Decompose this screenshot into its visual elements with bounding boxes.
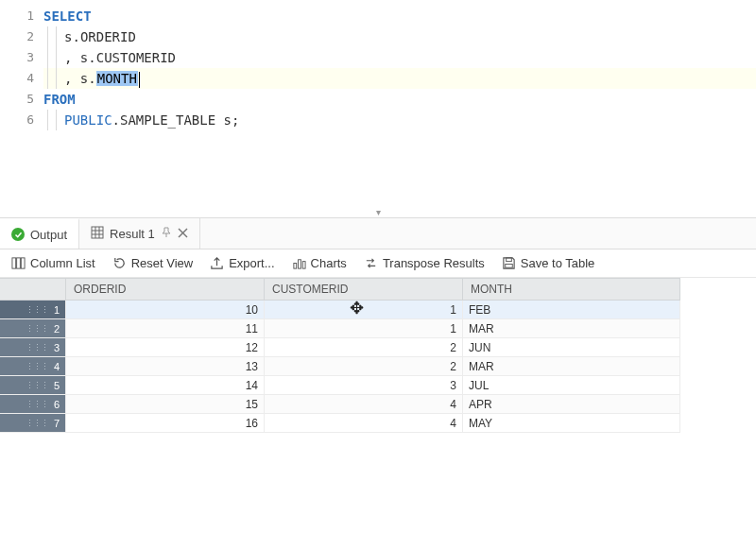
tab-result-label: Result 1 — [110, 227, 155, 241]
cell-month[interactable]: MAR — [463, 357, 680, 375]
cell-customerid[interactable]: 3 — [265, 376, 463, 394]
cell-customerid[interactable]: 4 — [265, 395, 463, 413]
table-row[interactable]: ⋮⋮⋮7164MAY — [0, 414, 680, 433]
cell-orderid[interactable]: 10 — [66, 301, 265, 318]
svg-rect-13 — [506, 264, 513, 267]
table-row[interactable]: ⋮⋮⋮4132MAR — [0, 357, 680, 376]
svg-rect-11 — [298, 260, 301, 268]
tab-result-1[interactable]: Result 1 — [79, 218, 200, 249]
column-header-orderid[interactable]: ORDERID — [66, 279, 265, 300]
tab-output[interactable]: Output — [0, 218, 79, 249]
table-row[interactable]: ⋮⋮⋮6154APR — [0, 395, 680, 414]
success-icon — [11, 228, 25, 241]
charts-button[interactable]: Charts — [292, 256, 347, 270]
column-header-month[interactable]: MONTH — [463, 279, 680, 300]
svg-rect-7 — [12, 258, 16, 268]
svg-rect-9 — [21, 258, 25, 268]
table-row[interactable]: ⋮⋮⋮2111MAR — [0, 319, 680, 338]
cell-month[interactable]: MAY — [463, 414, 680, 432]
svg-rect-10 — [293, 264, 296, 269]
panel-resize-handle[interactable]: ▾ — [376, 207, 381, 217]
cell-customerid[interactable]: 4 — [265, 414, 463, 432]
transpose-button[interactable]: Transpose Results — [364, 256, 485, 270]
column-header-customerid[interactable]: CUSTOMERID — [265, 279, 463, 300]
sql-editor[interactable]: 123456 SELECTs.ORDERID, s.CUSTOMERID, s.… — [0, 0, 756, 217]
row-number[interactable]: ⋮⋮⋮3 — [0, 338, 66, 356]
close-icon[interactable] — [178, 227, 188, 241]
editor-gutter: 123456 — [0, 0, 43, 217]
column-list-button[interactable]: Column List — [11, 256, 95, 270]
row-number[interactable]: ⋮⋮⋮5 — [0, 376, 66, 394]
cell-month[interactable]: APR — [463, 395, 680, 413]
cell-customerid[interactable]: 1 — [265, 319, 463, 337]
cell-orderid[interactable]: 12 — [66, 338, 265, 356]
result-toolbar: Column List Reset View Export... Charts … — [0, 249, 756, 278]
row-number[interactable]: ⋮⋮⋮1 — [0, 301, 66, 318]
row-number[interactable]: ⋮⋮⋮7 — [0, 414, 66, 432]
svg-rect-0 — [92, 227, 103, 238]
cell-customerid[interactable]: 1 — [265, 301, 463, 318]
editor-code[interactable]: SELECTs.ORDERID, s.CUSTOMERID, s.MONTHFR… — [43, 0, 756, 217]
grid-icon — [91, 226, 104, 242]
row-number[interactable]: ⋮⋮⋮4 — [0, 357, 66, 375]
cell-orderid[interactable]: 15 — [66, 395, 265, 413]
export-button[interactable]: Export... — [210, 256, 274, 270]
cell-orderid[interactable]: 16 — [66, 414, 265, 432]
svg-rect-8 — [17, 258, 21, 268]
result-tabs: Output Result 1 — [0, 217, 756, 249]
table-row[interactable]: ⋮⋮⋮1101FEB — [0, 301, 680, 319]
cell-month[interactable]: FEB — [463, 301, 680, 318]
save-to-table-button[interactable]: Save to Table — [502, 256, 595, 270]
grid-header-row: ORDERID CUSTOMERID MONTH — [0, 278, 680, 301]
cell-month[interactable]: JUL — [463, 376, 680, 394]
result-grid[interactable]: ORDERID CUSTOMERID MONTH ⋮⋮⋮1101FEB⋮⋮⋮21… — [0, 278, 756, 550]
cell-month[interactable]: MAR — [463, 319, 680, 337]
row-number[interactable]: ⋮⋮⋮6 — [0, 395, 66, 413]
cell-customerid[interactable]: 2 — [265, 338, 463, 356]
reset-view-button[interactable]: Reset View — [112, 256, 194, 270]
tab-output-label: Output — [30, 228, 67, 242]
row-number[interactable]: ⋮⋮⋮2 — [0, 319, 66, 337]
cell-orderid[interactable]: 11 — [66, 319, 265, 337]
table-row[interactable]: ⋮⋮⋮5143JUL — [0, 376, 680, 395]
cell-orderid[interactable]: 14 — [66, 376, 265, 394]
cell-customerid[interactable]: 2 — [265, 357, 463, 375]
grid-body: ⋮⋮⋮1101FEB⋮⋮⋮2111MAR⋮⋮⋮3122JUN⋮⋮⋮4132MAR… — [0, 301, 680, 433]
table-row[interactable]: ⋮⋮⋮3122JUN — [0, 338, 680, 357]
svg-rect-12 — [302, 262, 305, 269]
pin-icon[interactable] — [161, 227, 172, 241]
rownum-header[interactable] — [0, 279, 66, 300]
cell-orderid[interactable]: 13 — [66, 357, 265, 375]
cell-month[interactable]: JUN — [463, 338, 680, 356]
